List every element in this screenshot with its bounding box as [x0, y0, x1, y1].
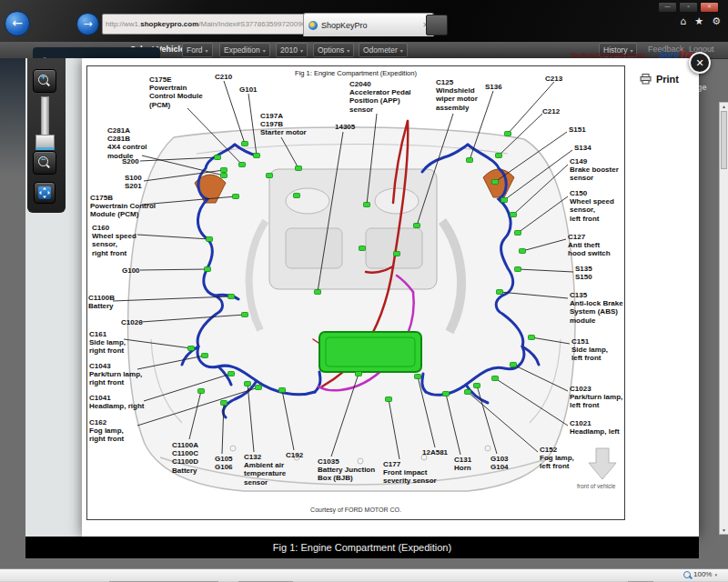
- scrollbar-thumb[interactable]: [721, 111, 727, 169]
- diagram-label: S136: [485, 83, 502, 91]
- diagram-label: C213: [545, 75, 562, 83]
- chevron-down-icon: ▾: [400, 47, 403, 54]
- diagram-label: G103 G104: [490, 455, 509, 471]
- modal-close-button[interactable]: ✕: [689, 52, 711, 74]
- front-of-vehicle-arrow: [589, 448, 616, 479]
- zoom-out-button[interactable]: −: [33, 151, 56, 175]
- diagram-label: G101: [239, 85, 258, 94]
- scroll-down-icon[interactable]: ▼: [720, 527, 728, 533]
- make-dropdown[interactable]: Ford▾: [182, 43, 213, 57]
- chevron-down-icon: ▾: [263, 47, 266, 54]
- printer-icon: [640, 74, 652, 85]
- diagram-label: C1021 Headlamp, left: [570, 419, 620, 436]
- favorites-star-icon[interactable]: ★: [694, 15, 703, 27]
- diagram-label: S151: [569, 125, 586, 134]
- chevron-down-icon: ▾: [205, 47, 207, 54]
- window-controls: — ▫ ✕: [658, 2, 719, 13]
- minimize-button[interactable]: —: [658, 2, 677, 13]
- battery-junction-box: [319, 332, 421, 372]
- close-window-button[interactable]: ✕: [700, 2, 719, 13]
- diagram-label: C1035 Battery Junction Box (BJB): [318, 457, 375, 483]
- zoom-slider-handle[interactable]: [35, 135, 55, 150]
- diagram-label: C1026: [121, 318, 143, 326]
- diagram-label: C212: [542, 107, 560, 115]
- wiring-diagram: Fig 1: Engine Compartment (Expedition) C…: [86, 65, 625, 520]
- window-titlebar: — ▫ ✕ ← → http://ww1.shopkeypro.com/Main…: [0, 0, 728, 42]
- diagram-label: S200: [122, 157, 139, 166]
- settings-gear-icon[interactable]: ⚙: [712, 15, 721, 27]
- fit-to-screen-button[interactable]: [34, 182, 56, 204]
- viewer-tool-panel: + −: [25, 58, 83, 537]
- fit-to-screen-icon: [38, 186, 51, 199]
- diagram-label: C210: [215, 73, 232, 81]
- diagram-label: C177 Front impact severity sensor: [383, 460, 437, 486]
- home-icon[interactable]: ⌂: [680, 15, 686, 27]
- diagram-label: 12A581: [422, 448, 448, 457]
- browser-zoom-control[interactable]: 100% ▾: [683, 570, 717, 578]
- figure-viewer-modal: Fig 1: Engine Compartment (Expedition) C…: [82, 58, 699, 537]
- diagram-label: C175E Powertrain Control Module (PCM): [149, 75, 203, 109]
- diagram-label: S100 S201: [125, 174, 142, 190]
- diagram-label: C161 Side lamp, right front: [89, 330, 126, 356]
- url-text: http://ww1.shopkeypro.com/Main/Index#S37…: [106, 20, 308, 28]
- zoom-level-icon: [683, 571, 691, 578]
- diagram-label: C149 Brake booster sensor: [570, 157, 619, 183]
- diagram-label: C132 Ambient air temperature sensor: [244, 453, 286, 487]
- chevron-down-icon: ▾: [347, 47, 349, 54]
- diagram-label: C160 Wheel speed sensor, right front: [92, 224, 136, 257]
- maximize-button[interactable]: ▫: [679, 2, 698, 13]
- diagram-label: C192: [286, 451, 303, 459]
- browser-status-bar: 100% ▾: [0, 568, 728, 581]
- back-button[interactable]: ←: [5, 11, 30, 36]
- figure-caption-bar: Fig 1: Engine Compartment (Expedition): [25, 537, 699, 558]
- diagram-label: C1100B Battery: [88, 294, 115, 310]
- odometer-dropdown[interactable]: Odometer▾: [359, 43, 408, 57]
- diagram-label: C1023 Park/turn lamp, left front: [570, 385, 622, 410]
- browser-tab[interactable]: ShopKeyPro ✕: [303, 13, 434, 36]
- diagram-label: C135 Anti-lock Brake System (ABS) module: [570, 291, 623, 325]
- diagram-label: C197A C197B Starter motor: [260, 112, 307, 137]
- chevron-down-icon: ▾: [300, 47, 303, 54]
- diagram-label: S134: [574, 144, 592, 152]
- diagram-label: 14305: [335, 123, 355, 131]
- zoom-in-button[interactable]: +: [33, 69, 56, 93]
- tab-title: ShopKeyPro: [321, 21, 368, 30]
- front-of-vehicle-label: front of vehicle: [577, 483, 615, 489]
- diagram-label: C175B Powertrain Control Module (PCM): [90, 194, 156, 219]
- diagram-label: C151 Side lamp, left front: [571, 337, 608, 363]
- shopkeypro-favicon: [308, 21, 318, 30]
- options-dropdown[interactable]: Options▾: [313, 43, 354, 57]
- diagram-label: C162 Fog lamp, right front: [89, 418, 124, 444]
- print-button[interactable]: Print: [634, 73, 684, 85]
- diagram-label: C281A C281B 4X4 control module: [107, 126, 147, 160]
- diagram-label: C1041 Headlamp, right: [89, 394, 144, 410]
- diagram-label: C2040 Accelerator Pedal Position (APP) s…: [349, 80, 411, 114]
- diagram-label: C150 Wheel speed sensor, left front: [570, 189, 614, 223]
- forward-button[interactable]: →: [76, 13, 99, 35]
- background-results-text: No Results/Components: [571, 52, 645, 58]
- diagram-label: S135 S150: [575, 265, 592, 281]
- diagram-label: C131 Horn: [454, 456, 471, 472]
- new-tab-button[interactable]: [426, 15, 448, 35]
- diagram-label: C1043 Park/turn lamp, right front: [89, 362, 142, 387]
- address-bar[interactable]: http://ww1.shopkeypro.com/Main/Index#S37…: [102, 14, 308, 35]
- scroll-up-icon[interactable]: ▲: [720, 104, 728, 109]
- diagram-label: G105 G106: [215, 455, 233, 471]
- year-dropdown[interactable]: 2010▾: [276, 43, 308, 57]
- diagram-label: G100: [122, 266, 140, 275]
- chevron-down-icon: ▾: [714, 572, 717, 577]
- diagram-label: C125 Windshield wiper motor assembly: [436, 78, 478, 112]
- diagram-label: C152 Fog lamp, left front: [540, 446, 574, 471]
- model-dropdown[interactable]: Expedition▾: [219, 43, 270, 57]
- zoom-level-value: 100%: [693, 570, 712, 578]
- page-scrollbar[interactable]: ▲ ▼: [719, 102, 728, 535]
- diagram-label: C127 Anti theft hood switch: [568, 233, 611, 258]
- diagram-label: C1100A C1100C C1100D Battery: [172, 441, 198, 475]
- courtesy-text: Courtesy of FORD MOTOR CO.: [87, 507, 624, 513]
